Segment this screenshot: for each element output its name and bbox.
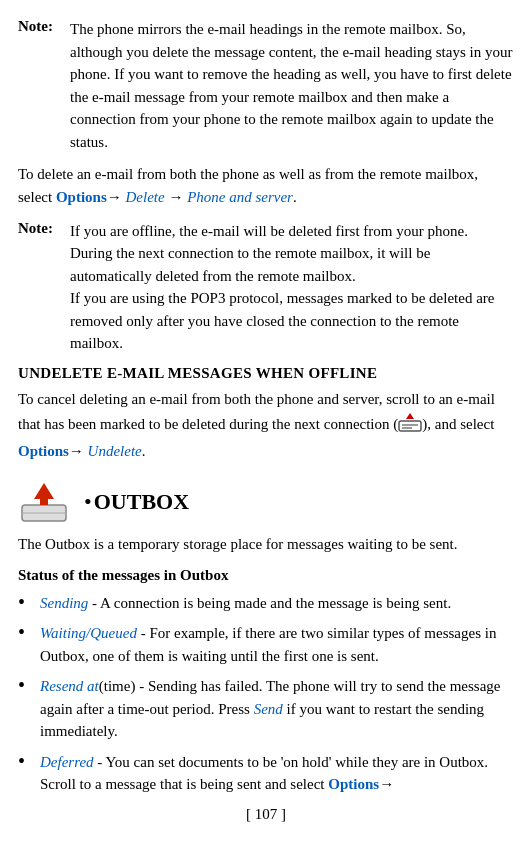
bullet-4: •: [18, 749, 36, 773]
list-item-waiting-text: Waiting/Queued - For example, if there a…: [40, 622, 514, 667]
outbox-section: •OUTBOX: [18, 481, 514, 523]
undelete-period: .: [142, 443, 146, 459]
undelete-after: ), and select: [422, 416, 494, 432]
svg-marker-3: [406, 413, 414, 419]
send-link: Send: [254, 701, 283, 717]
status-heading: Status of the messages in Outbox: [18, 567, 514, 584]
marked-delete-icon: [398, 411, 422, 440]
phone-server-link: Phone and server: [187, 189, 293, 205]
resend-link: Resend at: [40, 678, 99, 694]
deferred-link: Deferred: [40, 754, 94, 770]
para-1: To delete an e-mail from both the phone …: [18, 163, 514, 210]
outbox-bullet: •: [84, 489, 92, 514]
options-link-3: Options: [328, 776, 379, 792]
outbox-title: OUTBOX: [94, 489, 189, 514]
list-item-sending-text: Sending - A connection is being made and…: [40, 592, 451, 615]
outbox-icon-svg: [18, 481, 70, 523]
delete-link: Delete: [122, 189, 165, 205]
note-block-1: Note: The phone mirrors the e-mail headi…: [18, 18, 514, 153]
page-number: [ 107 ]: [18, 806, 514, 823]
list-item-waiting: • Waiting/Queued - For example, if there…: [18, 622, 514, 667]
bullet-1: •: [18, 590, 36, 614]
svg-marker-6: [34, 483, 54, 499]
arrow-undelete: →: [69, 443, 84, 459]
options-link-2: Options: [18, 443, 69, 459]
arrow-2: →: [165, 189, 184, 205]
list-item-deferred: • Deferred - You can set documents to be…: [18, 751, 514, 796]
note-block-2: Note: If you are offline, the e-mail wil…: [18, 220, 514, 355]
svg-rect-0: [399, 421, 421, 431]
bullet-3: •: [18, 673, 36, 697]
waiting-link: Waiting/Queued: [40, 625, 137, 641]
options-link-1: Options: [56, 189, 107, 205]
undelete-section: UNDELETE E-MAIL MESSAGES WHEN OFFLINE To…: [18, 365, 514, 464]
sending-link: Sending: [40, 595, 88, 611]
delete-icon-svg: [398, 411, 422, 433]
note-label-2: Note:: [18, 220, 70, 355]
list-item-deferred-text: Deferred - You can set documents to be '…: [40, 751, 514, 796]
undelete-heading: UNDELETE E-MAIL MESSAGES WHEN OFFLINE: [18, 365, 514, 382]
undelete-link: Undelete: [84, 443, 142, 459]
note-text-1: The phone mirrors the e-mail headings in…: [70, 21, 512, 150]
outbox-desc: The Outbox is a temporary storage place …: [18, 533, 514, 556]
para-1-period: .: [293, 189, 297, 205]
list-item-resend-text: Resend at(time) - Sending has failed. Th…: [40, 675, 514, 743]
note-text-2b: If you are using the POP3 protocol, mess…: [70, 290, 494, 351]
outbox-icon: [18, 481, 70, 523]
outbox-title-container: •OUTBOX: [84, 489, 189, 515]
list-item-sending: • Sending - A connection is being made a…: [18, 592, 514, 615]
undelete-para: To cancel deleting an e-mail from both t…: [18, 388, 514, 464]
note-text-2a: If you are offline, the e-mail will be d…: [70, 223, 468, 284]
svg-rect-7: [40, 497, 48, 505]
list-item-resend: • Resend at(time) - Sending has failed. …: [18, 675, 514, 743]
status-list: • Sending - A connection is being made a…: [18, 592, 514, 796]
arrow-1: →: [107, 189, 122, 205]
note-label-1: Note:: [18, 18, 70, 153]
bullet-2: •: [18, 620, 36, 644]
